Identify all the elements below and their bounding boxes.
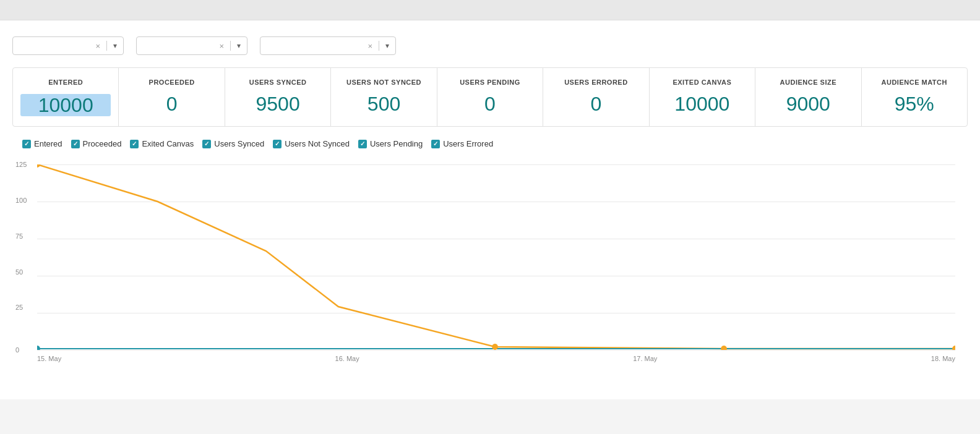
audience-filter: × ▾ [260,33,396,55]
stat-label-5: Users Pending [370,139,423,148]
stat-checkbox-3[interactable] [202,140,211,148]
stat-checkbox-4[interactable] [273,140,282,148]
metric-value-0: 10000 [20,94,111,116]
metric-label-7: AUDIENCE SIZE [763,78,853,87]
filters-section: × ▾ × ▾ × ▾ [12,33,968,55]
metric-label-2: USERS SYNCED [233,78,323,87]
stat-item-5[interactable]: Users Pending [358,139,423,148]
metric-cell-3: USERS NOT SYNCED500 [331,68,437,126]
y-axis-label-4: 25 [15,304,27,311]
metric-label-1: PROCEEDED [126,78,217,87]
audience-sync-partner-filter: × ▾ [12,33,124,55]
grid-line-5 [37,350,955,351]
chart-svg [37,164,955,350]
stat-label-6: Users Errored [443,139,493,148]
ad-account-clear[interactable]: × [219,42,224,50]
chevron-down-icon-3[interactable]: ▾ [385,41,389,50]
statistics-bar: EnteredProceededExited CanvasUsers Synce… [12,139,968,148]
stat-label-2: Exited Canvas [142,139,194,148]
stat-checkbox-2[interactable] [130,140,139,148]
metric-value-3: 500 [338,94,429,114]
stat-label-3: Users Synced [214,139,264,148]
svg-point-3 [952,346,955,350]
y-axis-label-2: 75 [15,232,27,239]
metric-label-8: AUDIENCE MATCH [869,78,960,87]
audience-clear[interactable]: × [368,42,372,50]
metric-label-6: EXITED CANVAS [657,78,747,87]
stat-item-2[interactable]: Exited Canvas [130,139,194,148]
y-axis-labels: 1251007550250 [15,164,27,350]
metric-cell-4: USERS PENDING0 [437,68,543,126]
stat-label-4: Users Not Synced [285,139,350,148]
y-axis-label-0: 125 [15,161,27,168]
x-axis-label-3: 18. May [931,355,955,362]
metric-cell-7: AUDIENCE SIZE9000 [755,68,861,126]
metric-value-6: 10000 [657,94,747,114]
metrics-row: ENTERED10000PROCEEDED0USERS SYNCED9500US… [12,67,968,127]
stat-item-3[interactable]: Users Synced [202,139,264,148]
stat-label-1: Proceeded [83,139,122,148]
metric-label-3: USERS NOT SYNCED [338,78,429,87]
metric-value-2: 9500 [233,94,323,114]
audience-select[interactable]: × ▾ [260,36,396,55]
metric-value-1: 0 [126,94,217,114]
metric-label-5: USERS ERRORED [551,78,641,87]
stat-item-6[interactable]: Users Errored [431,139,493,148]
x-axis-labels: 15. May16. May17. May18. May [37,355,955,362]
stat-checkbox-5[interactable] [358,140,367,148]
stat-label-0: Entered [34,139,62,148]
y-axis-label-3: 50 [15,268,27,275]
chevron-down-icon[interactable]: ▾ [113,41,117,50]
svg-point-0 [37,164,40,168]
stat-item-4[interactable]: Users Not Synced [273,139,350,148]
stat-item-0[interactable]: Entered [22,139,62,148]
y-axis-label-1: 100 [15,197,27,204]
svg-point-4 [37,346,40,350]
audience-sync-partner-clear[interactable]: × [95,42,100,50]
stat-checkbox-6[interactable] [431,140,440,148]
metric-value-8: 95% [869,94,960,114]
metric-cell-6: EXITED CANVAS10000 [650,68,755,126]
audience-sync-partner-select[interactable]: × ▾ [12,36,124,55]
stat-checkbox-0[interactable] [22,140,31,148]
y-axis-label-5: 0 [15,347,27,354]
x-axis-label-0: 15. May [37,355,61,362]
ad-account-filter: × ▾ [136,33,247,55]
stat-item-1[interactable]: Proceeded [71,139,122,148]
metric-value-5: 0 [551,94,641,114]
chart-container: 1251007550250 15. May16. May17. May18. M… [12,158,968,387]
svg-point-2 [721,346,727,350]
chart-area: 1251007550250 [37,164,955,350]
chevron-down-icon-2[interactable]: ▾ [237,41,241,50]
metric-value-4: 0 [445,94,535,114]
x-axis-label-1: 16. May [335,355,359,362]
metric-cell-0: ENTERED10000 [13,68,119,126]
svg-point-1 [492,344,498,350]
metric-cell-5: USERS ERRORED0 [543,68,649,126]
filter-divider-2 [230,41,231,51]
metric-cell-1: PROCEEDED0 [119,68,225,126]
stat-checkbox-1[interactable] [71,140,80,148]
filter-divider [106,41,107,51]
metric-cell-8: AUDIENCE MATCH95% [862,68,967,126]
metric-cell-2: USERS SYNCED9500 [225,68,331,126]
metric-label-0: ENTERED [20,78,111,87]
metric-value-7: 9000 [763,94,853,114]
metric-label-4: USERS PENDING [445,78,535,87]
filter-divider-3 [379,41,379,51]
ad-account-select[interactable]: × ▾ [136,36,247,55]
x-axis-label-2: 17. May [633,355,657,362]
